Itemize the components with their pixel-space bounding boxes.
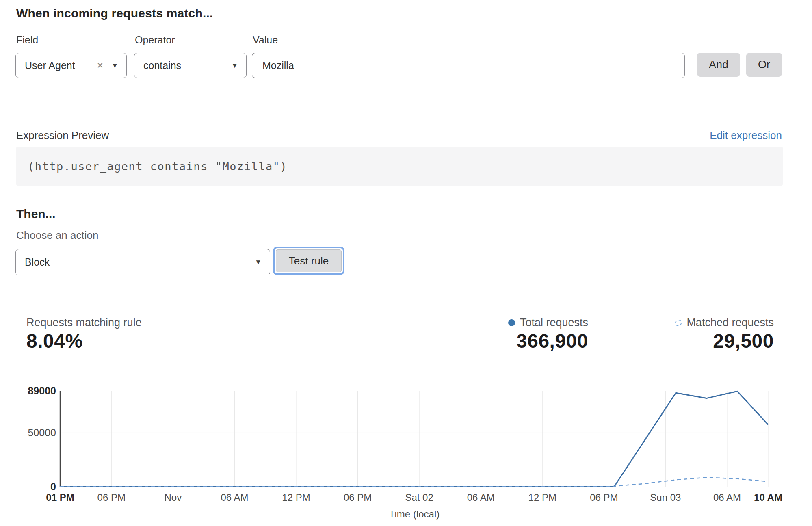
chevron-down-icon: ▼ [111, 62, 118, 69]
requests-matching-value: 8.04% [26, 330, 83, 352]
chart-time-axis-label: Time (local) [353, 509, 475, 520]
then-title: Then... [16, 207, 56, 221]
y-tick-label: 0 [8, 481, 56, 493]
or-button[interactable]: Or [746, 53, 782, 77]
x-tick-label: 12 PM [268, 492, 325, 503]
x-tick-label: Nov [145, 492, 201, 503]
x-tick-label: Sat 02 [391, 492, 448, 503]
total-requests-legend: Total requests [508, 316, 588, 329]
x-tick-label: 06 PM [576, 492, 632, 503]
clear-field-icon[interactable]: × [97, 60, 103, 71]
operator-select[interactable]: contains ▼ [134, 53, 247, 78]
chart-svg [0, 378, 812, 500]
x-tick-label: 10 AM [740, 492, 797, 503]
total-requests-value: 366,900 [516, 330, 588, 352]
matched-requests-value: 29,500 [713, 330, 774, 352]
x-tick-label: 06 AM [453, 492, 509, 503]
x-tick-label: 01 PM [32, 492, 89, 503]
test-rule-button[interactable]: Test rule [276, 249, 342, 272]
operator-label: Operator [135, 34, 175, 46]
total-requests-label: Total requests [520, 316, 588, 329]
solid-dot-icon [508, 319, 515, 326]
x-tick-label: 06 PM [329, 492, 386, 503]
chevron-down-icon: ▼ [255, 259, 262, 266]
test-rule-focus-ring: Test rule [273, 247, 344, 275]
action-select[interactable]: Block ▼ [15, 249, 270, 275]
edit-expression-link[interactable]: Edit expression [710, 129, 782, 142]
x-tick-label: 06 AM [206, 492, 263, 503]
requests-matching-label: Requests matching rule [26, 316, 142, 329]
value-label: Value [253, 34, 278, 46]
match-section-title: When incoming requests match... [16, 6, 213, 20]
x-tick-label: 12 PM [514, 492, 571, 503]
field-label: Field [16, 34, 38, 46]
choose-action-label: Choose an action [16, 229, 98, 242]
x-tick-label: Sun 03 [637, 492, 694, 503]
matched-requests-label: Matched requests [686, 316, 774, 329]
requests-chart: 05000089000 01 PM06 PMNov06 AM12 PM06 PM… [0, 378, 812, 526]
x-tick-label: 06 PM [83, 492, 140, 503]
expression-code: (http.user_agent contains "Mozilla") [16, 160, 287, 173]
matched-requests-legend: Matched requests [675, 316, 774, 329]
value-input[interactable] [252, 53, 685, 78]
y-tick-label: 50000 [8, 427, 56, 439]
expression-preview-label: Expression Preview [16, 129, 109, 142]
y-tick-label: 89000 [8, 385, 56, 397]
expression-code-box: (http.user_agent contains "Mozilla") [16, 147, 783, 186]
and-button[interactable]: And [697, 53, 740, 77]
chevron-down-icon: ▼ [231, 62, 238, 69]
operator-select-value: contains [134, 60, 181, 71]
action-select-value: Block [16, 256, 50, 268]
field-select[interactable]: User Agent × ▼ [15, 53, 127, 78]
field-select-value: User Agent [16, 60, 75, 71]
dashed-circle-icon [675, 320, 682, 326]
